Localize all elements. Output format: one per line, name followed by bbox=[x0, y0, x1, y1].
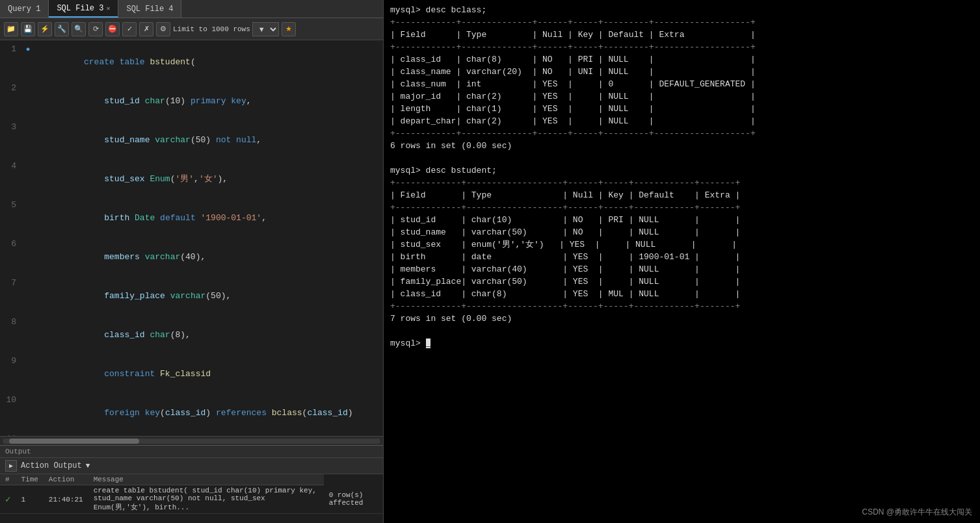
bclass-row-6: | depart_char| char(2) | YES | | NULL | … bbox=[390, 115, 973, 127]
save-button[interactable]: 💾 bbox=[21, 22, 35, 36]
main-area: Query 1 SQL File 3 ✕ SQL File 4 📁 💾 ⚡ 🔧 … bbox=[0, 0, 980, 523]
row-message: 0 row(s) affected bbox=[324, 485, 383, 514]
row-action: create table bstudent( stud_id char(10) … bbox=[88, 485, 324, 514]
code-line-3: 3 stud_name varchar(50) not null, bbox=[0, 121, 383, 160]
limit-label: Limit to 1000 rows bbox=[173, 25, 250, 33]
bstudent-row-2: | stud_name | varchar(50) | NO | | NULL … bbox=[390, 226, 973, 238]
code-editor[interactable]: 1 ● create table bstudent( 2 stud_id cha… bbox=[0, 40, 383, 436]
bstudent-row-3: | stud_sex | enum('男','女') | YES | | NUL… bbox=[390, 238, 973, 251]
tab-sqlfile3[interactable]: SQL File 3 ✕ bbox=[49, 0, 118, 18]
row-status: ✓ bbox=[0, 485, 16, 514]
tab-bar: Query 1 SQL File 3 ✕ SQL File 4 bbox=[0, 0, 383, 18]
bstudent-row-6: | family_place| varchar(50) | YES | | NU… bbox=[390, 275, 973, 288]
star-button[interactable]: ★ bbox=[282, 22, 296, 36]
search-button[interactable]: 🔍 bbox=[72, 22, 86, 36]
bstudent-header: | Field | Type | Null | Key | Default | … bbox=[390, 189, 973, 201]
watermark: CSDN @勇敢许牛牛在线大闯关 bbox=[862, 507, 972, 518]
horizontal-scrollbar[interactable] bbox=[0, 436, 383, 445]
left-panel: Query 1 SQL File 3 ✕ SQL File 4 📁 💾 ⚡ 🔧 … bbox=[0, 0, 384, 523]
output-row-1: ✓ 1 21:40:21 create table bstudent( stud… bbox=[0, 485, 383, 514]
bstudent-row-5: | members | varchar(40) | YES | | NULL |… bbox=[390, 263, 973, 275]
action-output-label: Action Output bbox=[21, 461, 82, 470]
stop-button[interactable]: ⛔ bbox=[105, 22, 120, 36]
output-table: # Time Action Message ✓ 1 21:40:21 creat… bbox=[0, 474, 383, 523]
bstudent-row-7: | class_id | char(8) | YES | MUL | NULL … bbox=[390, 288, 973, 300]
bclass-row-1: | class_id | char(8) | NO | PRI | NULL |… bbox=[390, 53, 973, 66]
empty-line-2 bbox=[390, 325, 973, 337]
code-line-2: 2 stud_id char(10) primary key, bbox=[0, 82, 383, 121]
tab-sqlfile3-label: SQL File 3 bbox=[57, 4, 103, 13]
code-line-1: 1 ● create table bstudent( bbox=[0, 43, 383, 82]
output-icon: ▶ bbox=[5, 460, 17, 472]
clear-button[interactable]: ✗ bbox=[139, 22, 153, 36]
bclass-row-2: | class_name | varchar(20) | NO | UNI | … bbox=[390, 66, 973, 78]
scroll-track bbox=[3, 439, 380, 444]
output-section: Output ▶ Action Output ▼ # Time Action M… bbox=[0, 445, 383, 523]
settings-button[interactable]: ⚙ bbox=[156, 22, 170, 36]
bclass-cmd: mysql> desc bclass; bbox=[390, 4, 973, 16]
col-action: Action bbox=[44, 474, 88, 485]
bclass-row-4: | major_id | char(2) | YES | | NULL | | bbox=[390, 90, 973, 103]
output-header: Output bbox=[0, 446, 383, 458]
refresh-button[interactable]: ⟳ bbox=[88, 22, 103, 36]
code-line-10: 10 foreign key(class_id) references bcla… bbox=[0, 394, 383, 433]
col-time: Time bbox=[16, 474, 43, 485]
empty-line-1 bbox=[390, 152, 973, 164]
bclass-row-5: | length | char(1) | YES | | NULL | | bbox=[390, 103, 973, 115]
bstudent-sep2: +-------------+-------------------+-----… bbox=[390, 201, 973, 214]
bclass-row-3: | class_num | int | YES | | 0 | DEFAULT_… bbox=[390, 78, 973, 90]
output-toolbar: ▶ Action Output ▼ bbox=[0, 458, 383, 474]
bstudent-rowcount: 7 rows in set (0.00 sec) bbox=[390, 313, 973, 325]
bclass-rowcount: 6 rows in set (0.00 sec) bbox=[390, 140, 973, 152]
tab-query1-label: Query 1 bbox=[8, 5, 40, 14]
code-line-9: 9 constraint Fk_classid bbox=[0, 355, 383, 394]
bstudent-row-4: | birth | date | YES | | 1900-01-01 | | bbox=[390, 251, 973, 263]
code-line-8: 8 class_id char(8), bbox=[0, 316, 383, 355]
bstudent-cmd: mysql> desc bstudent; bbox=[390, 164, 973, 177]
editor-toolbar: 📁 💾 ⚡ 🔧 🔍 ⟳ ⛔ ✓ ✗ ⚙ Limit to 1000 rows ▼… bbox=[0, 18, 383, 40]
bstudent-sep3: +-------------+-------------------+-----… bbox=[390, 300, 973, 313]
bclass-sep3: +------------+--------------+------+----… bbox=[390, 127, 973, 140]
code-line-7: 7 family_place varchar(50), bbox=[0, 277, 383, 316]
tab-sqlfile4[interactable]: SQL File 4 bbox=[118, 0, 181, 18]
bclass-sep2: +------------+--------------+------+----… bbox=[390, 41, 973, 53]
output-dropdown-arrow[interactable]: ▼ bbox=[86, 462, 90, 470]
col-hash: # bbox=[0, 474, 16, 485]
limit-dropdown[interactable]: ▼ bbox=[252, 22, 279, 36]
terminal-panel: mysql> desc bclass; +------------+------… bbox=[384, 0, 980, 523]
col-message: Message bbox=[88, 474, 324, 485]
bstudent-row-1: | stud_id | char(10) | NO | PRI | NULL |… bbox=[390, 214, 973, 226]
scroll-thumb[interactable] bbox=[9, 439, 139, 444]
row-num: 1 bbox=[16, 485, 43, 514]
code-line-5: 5 birth Date default '1900-01-01', bbox=[0, 199, 383, 238]
limit-select-container: Limit to 1000 rows ▼ bbox=[173, 22, 279, 36]
terminal-prompt: mysql> _ bbox=[390, 337, 973, 350]
tools-button[interactable]: 🔧 bbox=[55, 22, 69, 36]
tab-query1[interactable]: Query 1 bbox=[0, 0, 49, 18]
row-time: 21:40:21 bbox=[44, 485, 88, 514]
execute-button[interactable]: ⚡ bbox=[38, 22, 52, 36]
code-line-6: 6 members varchar(40), bbox=[0, 238, 383, 277]
tab-sqlfile4-label: SQL File 4 bbox=[126, 5, 173, 14]
bclass-header: | Field | Type | Null | Key | Default | … bbox=[390, 29, 973, 41]
check-button[interactable]: ✓ bbox=[122, 22, 137, 36]
tab-sqlfile3-close[interactable]: ✕ bbox=[106, 5, 110, 12]
bclass-sep1: +------------+--------------+------+----… bbox=[390, 16, 973, 29]
bstudent-sep1: +-------------+-------------------+-----… bbox=[390, 177, 973, 189]
open-button[interactable]: 📁 bbox=[4, 22, 18, 36]
code-line-4: 4 stud_sex Enum('男','女'), bbox=[0, 160, 383, 199]
